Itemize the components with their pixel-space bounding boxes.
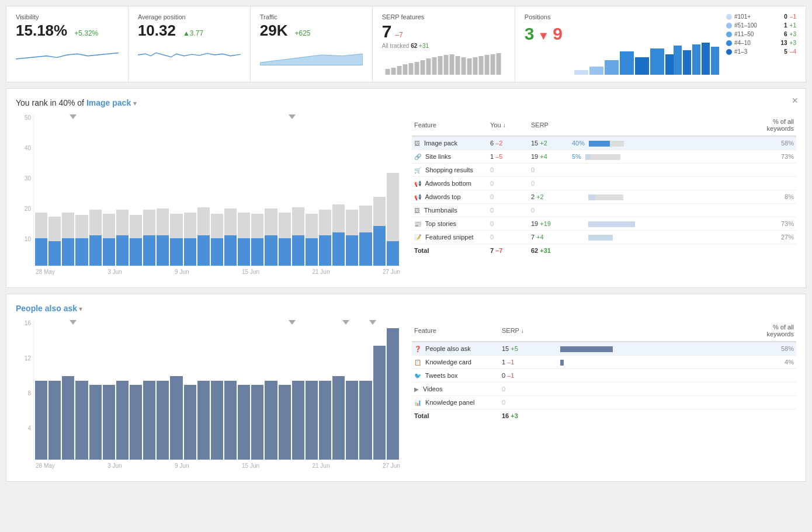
tweet-row-icon: 🐦 <box>414 373 421 379</box>
x-labels: 28 May 3 Jun 9 Jun 15 Jun 21 Jun 27 Jun <box>16 269 400 275</box>
table-row-adwords-bottom: 📢 Adwords bottom 0 0 <box>412 177 796 190</box>
pos-delta-1-3: –4 <box>790 48 796 55</box>
serp-cell-thumbnails: 0 <box>529 204 570 217</box>
image-icon: 🖼 <box>414 140 420 147</box>
paa-bar <box>157 381 169 460</box>
col-you: You ↓ <box>488 114 529 136</box>
kcard-icon: 📋 <box>414 359 421 366</box>
traffic-chart <box>260 43 363 67</box>
pct-all-image-pack: 58% <box>765 136 796 150</box>
you-cell-adwords-bottom: 0 <box>488 177 529 190</box>
bar-cell-videos <box>558 383 765 396</box>
serp-features-table: Feature You ↓ SERP % of all keywords 🖼 <box>412 114 796 257</box>
pos-dot-4-10 <box>726 40 732 46</box>
pos-dot-101plus <box>726 14 732 20</box>
positions-down-value: 9 <box>553 24 563 44</box>
svg-rect-25 <box>635 57 649 75</box>
paa-dropdown[interactable]: ▾ <box>79 305 82 313</box>
pos-label-4-10: #4–10 <box>734 40 778 46</box>
bar-group <box>103 214 115 266</box>
feature-cell-videos: ▶ Videos <box>412 383 499 396</box>
bar-snippet <box>588 235 613 241</box>
serp-tracked-label: All tracked 62 +31 <box>382 43 505 49</box>
pos-val-11-50: 6 <box>784 31 787 37</box>
bar-group <box>75 215 88 266</box>
paa-bar <box>238 385 250 460</box>
bar-cell-top-stories <box>570 217 765 231</box>
bar-group <box>224 208 237 266</box>
image-pack-table-area: Feature You ↓ SERP % of all keywords 🖼 <box>412 114 796 278</box>
you-cell-site-links: 1 –5 <box>488 150 529 164</box>
bar-group <box>197 207 210 266</box>
svg-rect-16 <box>473 57 477 75</box>
paa-total-label: Total <box>412 409 499 423</box>
paa-chart-with-yaxis: 16 12 8 4 <box>16 320 400 460</box>
pos-dot-51-100 <box>726 23 732 29</box>
serp-features-chart <box>382 51 505 75</box>
paa-chart-area: 16 12 8 4 <box>16 320 400 472</box>
bar-fg-site-links <box>585 154 590 160</box>
serp-features-value: 7 <box>382 22 392 41</box>
paa-bar <box>346 381 358 460</box>
col-feature: Feature <box>412 114 488 136</box>
pos-val-101plus: 0 <box>784 13 787 20</box>
positions-up-value: 3 <box>525 24 535 44</box>
paa-col-feature: Feature <box>412 320 499 342</box>
bar-group <box>48 217 61 266</box>
close-button[interactable]: ✕ <box>792 96 799 105</box>
pct-all-tweets <box>765 369 796 383</box>
svg-rect-2 <box>391 68 395 75</box>
dashboard: Visibility 15.18% +5.32% Average positio… <box>0 0 812 488</box>
cart-icon: 🛒 <box>414 167 421 173</box>
serp-features-card: SERP features 7 –7 All tracked 62 +31 <box>373 6 515 82</box>
table-row-thumbnails: 🖼 Thumbnails 0 0 <box>412 204 796 217</box>
positions-card: Positions 3 ▼ 9 <box>515 6 806 82</box>
bar-cell-knowledge-card <box>558 356 765 369</box>
paa-bar <box>211 381 223 460</box>
bar-top-stories <box>588 221 635 227</box>
bar-group <box>373 197 386 266</box>
pos-delta-101plus: –1 <box>790 13 796 20</box>
paa-bar <box>143 381 155 460</box>
col-serp: SERP <box>529 114 570 136</box>
paa-features-table: Feature SERP ↓ % of all keywords ❓ Peopl… <box>412 320 796 422</box>
bar-group <box>265 208 277 266</box>
svg-rect-26 <box>650 48 664 75</box>
feature-cell-adwords-bottom: 📢 Adwords bottom <box>412 177 488 190</box>
paa-table-row-total: Total 16 +3 <box>412 409 796 423</box>
feature-dropdown[interactable]: ▾ <box>133 99 137 107</box>
feature-cell-snippet: 📝 Featured snippet <box>412 231 488 244</box>
table-row-shopping-results: 🛒 Shopping results 0 0 <box>412 164 796 177</box>
avg-position-card: Average position 10.32 ▲3.77 <box>129 6 251 82</box>
paa-flag-3 <box>342 320 349 325</box>
paa-total-bar <box>558 409 765 423</box>
bar-group <box>238 213 250 266</box>
svg-rect-1 <box>385 69 390 75</box>
pos-label-1-3: #1–3 <box>734 48 782 55</box>
bar-cell-knowledge-panel <box>558 396 765 409</box>
traffic-value: 29K <box>260 22 288 40</box>
news-icon: 📰 <box>414 221 421 227</box>
serp-features-title: SERP features <box>382 13 505 20</box>
total-you: 7 –7 <box>488 244 529 258</box>
pct-all-adwords-top: 8% <box>765 190 796 204</box>
paa-chart-body <box>33 320 400 460</box>
svg-rect-13 <box>455 56 460 75</box>
bars-container <box>34 114 400 266</box>
bar-group <box>184 213 196 266</box>
bar-cell-thumbnails <box>570 204 765 217</box>
paa-bar <box>251 385 263 460</box>
paa-bar <box>48 381 61 460</box>
table-row-videos: ▶ Videos 0 <box>412 383 796 396</box>
paa-bar <box>35 381 47 460</box>
total-pct <box>765 244 796 258</box>
feature-cell-image-pack: 🖼 Image pack <box>412 136 488 150</box>
svg-rect-8 <box>426 58 431 75</box>
bar-group <box>35 213 47 266</box>
positions-legend: #101+ 0 –1 #51–100 1 +1 #11–50 6 +3 <box>726 13 796 75</box>
paa-bar <box>224 381 237 460</box>
paa-y-axis: 16 12 8 4 <box>16 320 33 460</box>
bar-paa <box>560 346 613 352</box>
feature-cell-knowledge-panel: 📊 Knowledge panel <box>412 396 499 409</box>
you-cell-thumbnails: 0 <box>488 204 529 217</box>
